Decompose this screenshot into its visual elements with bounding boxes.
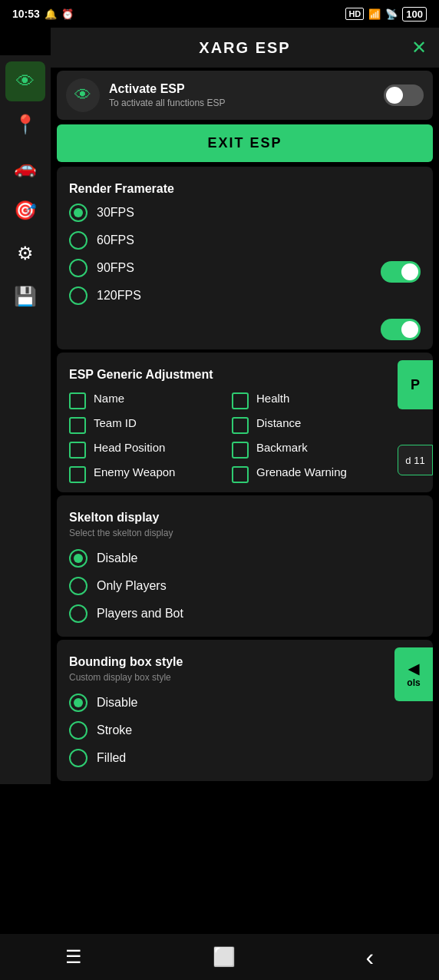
radio-30fps: [69, 204, 87, 222]
esp-generic-title: ESP Generic Adjustment: [69, 362, 421, 385]
radio-90fps: [69, 259, 87, 277]
checkbox-health-box: [232, 392, 249, 409]
esp-side-tab-p[interactable]: P: [398, 360, 433, 409]
checkbox-name-box: [69, 392, 86, 409]
checkbox-head-position-label: Head Position: [94, 440, 165, 455]
chip-icon: 💾: [14, 286, 37, 307]
hd-badge: HD: [345, 8, 364, 20]
app-header: XARG ESP ✕: [51, 28, 439, 68]
bbox-stroke[interactable]: Stroke: [69, 717, 378, 744]
radio-bbox-disable: [69, 694, 87, 712]
checkbox-teamid-label: Team ID: [94, 416, 137, 431]
checkbox-backmark-label: Backmark: [256, 440, 308, 455]
checkbox-backmark[interactable]: Backmark: [232, 440, 382, 459]
sidebar-item-chip[interactable]: 💾: [5, 276, 45, 316]
sidebar-item-esp[interactable]: 👁: [5, 61, 45, 101]
bottom-home-button[interactable]: ⬜: [197, 939, 251, 975]
label-bbox-disable: Disable: [97, 696, 137, 710]
activate-esp-row: 👁 Activate ESP To activate all functions…: [57, 71, 433, 120]
checkbox-distance[interactable]: Distance: [232, 416, 382, 434]
label-skelton-players-bot: Players and Bot: [97, 607, 183, 621]
status-right: HD 📶 📡 100: [345, 7, 427, 22]
signal-icon: 📶: [368, 8, 381, 20]
checkbox-enemy-weapon-label: Enemy Weapon: [94, 465, 175, 480]
close-button[interactable]: ✕: [411, 37, 427, 58]
checkbox-grenade-warning[interactable]: Grenade Warning: [232, 465, 382, 483]
location-icon: 📍: [14, 114, 37, 135]
checkbox-head-position-box: [69, 442, 86, 459]
checkbox-distance-label: Distance: [256, 416, 301, 431]
skelton-subtitle: Select the skelton display: [69, 528, 421, 538]
esp-side-tag-d11: d 11: [398, 445, 433, 475]
label-120fps: 120FPS: [97, 289, 141, 303]
skelton-disable[interactable]: Disable: [69, 545, 421, 572]
radio-skelton-disable: [69, 549, 87, 568]
label-60fps: 60FPS: [97, 233, 134, 247]
activate-title: Activate ESP: [109, 82, 375, 96]
radio-bbox-filled: [69, 749, 87, 767]
checkbox-backmark-box: [232, 442, 249, 459]
side-tab-p-label: P: [411, 377, 420, 393]
checkbox-enemy-weapon-box: [69, 466, 86, 483]
bottom-navigation: ☰ ⬜ ‹: [0, 934, 439, 980]
bottom-menu-button[interactable]: ☰: [50, 939, 97, 975]
car-icon: 🚗: [14, 157, 37, 178]
esp-icon: 👁: [66, 78, 100, 112]
bbox-disable[interactable]: Disable: [69, 689, 378, 717]
sidebar-item-aim[interactable]: 🎯: [5, 190, 45, 230]
status-left: 10:53 🔔 ⏰: [12, 8, 74, 20]
label-bbox-stroke: Stroke: [97, 723, 132, 737]
bounding-box-section: Bounding box style Custom display box st…: [57, 640, 433, 781]
side-tag-d11-label: d 11: [405, 455, 424, 466]
skelton-players-bot[interactable]: Players and Bot: [69, 600, 421, 627]
sidebar-item-settings[interactable]: ⚙: [5, 233, 45, 273]
bounding-side-tab-label: ols: [407, 677, 420, 688]
sidebar-item-location[interactable]: 📍: [5, 104, 45, 144]
activate-subtitle: To activate all functions ESP: [109, 98, 375, 108]
label-skelton-disable: Disable: [97, 551, 137, 565]
bbox-filled[interactable]: Filled: [69, 744, 378, 772]
toggle-120fps[interactable]: [381, 319, 421, 340]
skelton-only-players[interactable]: Only Players: [69, 572, 421, 600]
checkbox-grenade-warning-box: [232, 466, 249, 483]
sidebar-item-vehicle[interactable]: 🚗: [5, 147, 45, 187]
eye-icon: 👁: [16, 71, 35, 92]
radio-skelton-players-bot: [69, 604, 87, 623]
gear-icon: ⚙: [17, 243, 34, 264]
checkbox-health[interactable]: Health: [232, 391, 382, 409]
framerate-90fps[interactable]: 90FPS: [69, 254, 381, 282]
label-bbox-filled: Filled: [97, 751, 126, 765]
exit-esp-button[interactable]: EXIT ESP: [57, 124, 433, 162]
checkbox-enemy-weapon[interactable]: Enemy Weapon: [69, 465, 220, 483]
battery-icon: 100: [402, 7, 427, 22]
framerate-120fps[interactable]: 120FPS: [69, 282, 381, 310]
framerate-30fps[interactable]: 30FPS: [69, 199, 381, 227]
activate-esp-toggle[interactable]: [384, 84, 424, 106]
checkbox-name[interactable]: Name: [69, 391, 220, 409]
checkbox-teamid-box: [69, 417, 86, 434]
checkbox-teamid[interactable]: Team ID: [69, 416, 220, 434]
app-title: XARG ESP: [199, 39, 290, 57]
bounding-box-title: Bounding box style: [69, 649, 421, 672]
checkbox-distance-box: [232, 417, 249, 434]
activate-text: Activate ESP To activate all functions E…: [109, 82, 375, 108]
framerate-60fps[interactable]: 60FPS: [69, 227, 381, 254]
checkbox-health-label: Health: [256, 391, 289, 406]
bottom-back-button[interactable]: ‹: [350, 935, 389, 979]
checkbox-head-position[interactable]: Head Position: [69, 440, 220, 459]
bounding-box-options: Disable Stroke Filled: [69, 689, 421, 772]
render-framerate-section: Render Framerate 30FPS 60FPS 90FPS: [57, 167, 433, 349]
checkbox-grenade-warning-label: Grenade Warning: [256, 465, 347, 480]
skelton-display-section: Skelton display Select the skelton displ…: [57, 495, 433, 637]
toggle-60fps[interactable]: [381, 261, 421, 283]
radio-60fps: [69, 231, 87, 250]
status-bar: 10:53 🔔 ⏰ HD 📶 📡 100: [0, 0, 439, 28]
bounding-box-subtitle: Custom display box style: [69, 672, 421, 683]
checkbox-name-label: Name: [94, 391, 124, 406]
radio-120fps: [69, 286, 87, 305]
wifi-icon: 📡: [385, 8, 398, 20]
esp-checkbox-grid: Name Health Team ID Distance Head Positi…: [69, 391, 421, 483]
alarm-icon: ⏰: [61, 8, 74, 20]
framerate-options: Render Framerate 30FPS 60FPS 90FPS: [69, 176, 381, 310]
bounding-side-tab[interactable]: ◀ ols: [394, 647, 433, 701]
